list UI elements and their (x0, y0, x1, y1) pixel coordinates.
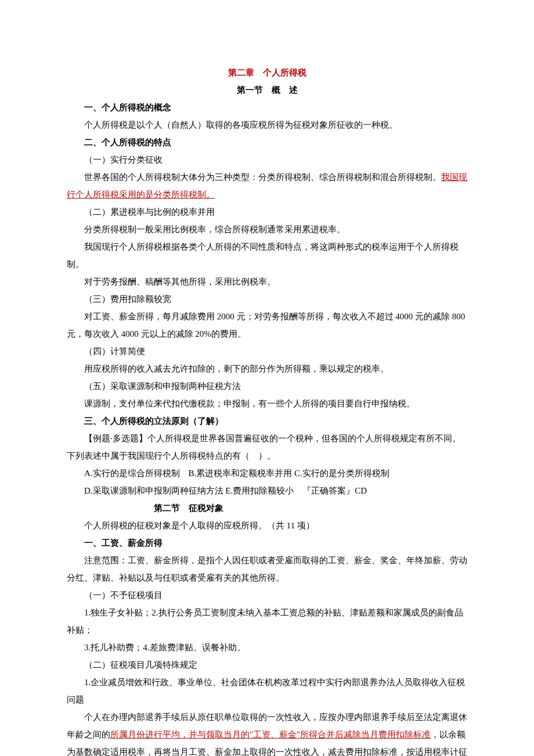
paragraph: （一）不予征税项目 (67, 586, 467, 604)
chapter-title: 第二章 个人所得税 (67, 64, 467, 81)
paragraph: 对于劳务报酬、稿酬等其他所得，采用比例税率。 (67, 273, 467, 290)
paragraph: 注意范围：工资、薪金所得，是指个人因任职或者受雇而取得的工资、薪金、奖金、年终加… (67, 552, 467, 586)
paragraph: 3.托儿补助费；4.差旅费津贴、误餐补助。 (67, 639, 467, 656)
paragraph: 个人所得税的征税对象是个人取得的应税所得。（共 11 项） (67, 517, 467, 534)
section-2-title: 第二节 征税对象 (67, 499, 467, 517)
paragraph: （五）采取课源制和申报制两种征税方法 (67, 377, 467, 395)
paragraph: （四）计算简便 (67, 343, 467, 360)
paragraph: 世界各国的个人所得税制大体分为三种类型：分类所得税制、综合所得税制和混合所得税制… (67, 168, 467, 203)
highlighted-text: 所属月份进行平均，并与领取当月的"工资、薪金"所得合并后减除当月费用扣除标准 (110, 730, 431, 739)
paragraph: 个人所得税是以个人（自然人）取得的各项应税所得为征税对象所征收的一种税。 (67, 116, 467, 134)
paragraph: 我国现行个人所得税根据各类个人所得的不同性质和特点，将这两种形式的税率运用于个人… (67, 238, 467, 273)
paragraph: 1.企业减员增效和行政、事业单位、社会团体在机构改革过程中实行内部退养办法人员取… (67, 674, 467, 708)
heading-2: 二、个人所得税的特点 (67, 134, 467, 151)
paragraph: 个人在办理内部退养手续后从原任职单位取得的一次性收入，应按办理内部退养手续后至法… (67, 708, 467, 756)
heading-1: 一、个人所得税的概念 (67, 99, 467, 116)
answer-option: A.实行的是综合所得税制 B.累进税率和定额税率并用 C.实行的是分类所得税制 (67, 465, 467, 482)
document-page: 第二章 个人所得税 第一节 概 述 一、个人所得税的概念 个人所得税是以个人（自… (0, 0, 534, 756)
text-run: 世界各国的个人所得税制大体分为三种类型：分类所得税制、综合所得税制和混合所得税制… (84, 172, 441, 182)
paragraph: （二）征税项目几项特殊规定 (67, 656, 467, 674)
paragraph: 课源制，支付单位来代扣代缴税款；申报制，有一些个人所得的项目要自行申报纳税。 (67, 395, 467, 412)
section-1-title: 第一节 概 述 (67, 81, 467, 99)
paragraph: （二）累进税率与比例的税率并用 (67, 203, 467, 221)
example-question: 【例题·多选题】个人所得税是世界各国普遍征收的一个税种，但各国的个人所得税规定有… (67, 430, 467, 465)
paragraph: 用应税所得的收入减去允许扣除的，剩下的部分作为所得额，乘以规定的税率。 (67, 360, 467, 377)
heading-4: 一、工资、薪金所得 (67, 534, 467, 552)
paragraph: （三）费用扣除额较宽 (67, 290, 467, 308)
heading-3: 三、个人所得税的立法原则（了解） (67, 412, 467, 430)
answer-option: D.采取课源制和申报制两种征纳方法 E.费用扣除额较小 『正确答案』CD (67, 482, 467, 499)
paragraph: 1.独生子女补贴；2.执行公务员工资制度未纳入基本工资总额的补贴、津贴差额和家属… (67, 604, 467, 639)
paragraph: 分类所得税制一般采用比例税率，综合所得税制通常采用累进税率。 (67, 221, 467, 238)
paragraph: （一）实行分类征收 (67, 151, 467, 168)
paragraph: 对工资、薪金所得，每月减除费用 2000 元；对劳务报酬等所得，每次收入不超过 … (67, 308, 467, 343)
